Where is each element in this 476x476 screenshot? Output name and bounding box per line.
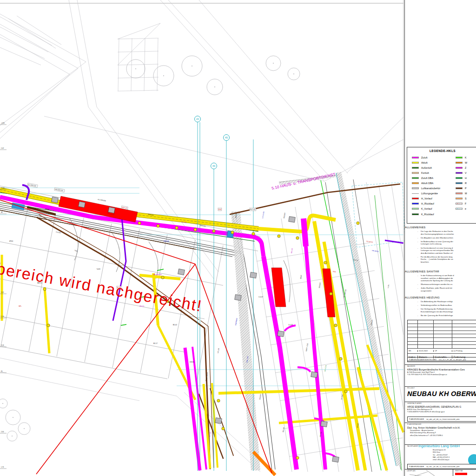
revision-row	[408, 344, 476, 348]
bauherr-label: BAUHERR	[407, 365, 476, 367]
legend-item-label: Z	[465, 166, 466, 169]
legend-item: M	[456, 191, 476, 196]
dim-label: 1,24	[1, 316, 4, 317]
notes-title: ALLGEMEINES	[405, 226, 476, 229]
bauherr-name: KRAGES Burgenländische Krankenanstalten-…	[407, 368, 476, 371]
legend-item-label: Lüftungsgeräte	[421, 192, 438, 195]
legend-item: Fortluft	[412, 170, 456, 175]
grid-bubble-label: 20	[196, 118, 199, 120]
micro-label: AB 125	[291, 248, 293, 253]
air-diffuser	[215, 418, 222, 424]
damper-symbol	[339, 357, 342, 360]
damper-symbol	[161, 276, 164, 279]
legend-color-chip	[412, 203, 419, 205]
micro-label: 355/200	[259, 394, 262, 400]
dim-label: +3,85	[1, 122, 5, 124]
note-item: -In der Kaltwasserleitung ist am Ende d …	[405, 274, 476, 282]
bauherr-contact: T 05 7979 3000 F 05 7979 7205 E direktio…	[407, 374, 476, 376]
damper-symbol	[194, 228, 197, 231]
note-item: -Bei der Querung der Estrichdehnfuge	[405, 314, 476, 317]
micro-label: i=1%	[387, 284, 390, 288]
project-title: NEUBAU KH OBERWART	[407, 390, 476, 397]
air-diffuser	[332, 456, 339, 463]
legend-item-label: K_Vorlauf	[421, 207, 432, 210]
damper-symbol	[344, 390, 347, 393]
micro-label: ZU 160	[181, 221, 187, 224]
plangrundlage-arch: PLANGRUNDLAGE KW_ARC_AF_GR_1U_FUNKTIONSK…	[407, 416, 476, 422]
micro-label: KW/WW/Z	[235, 318, 238, 325]
projekt-block: PROJEKT NEUBAU KH OBERWART	[405, 386, 476, 402]
legend-color-chip	[456, 198, 463, 199]
tree-center-dot	[13, 417, 13, 418]
legend-color-chip	[456, 203, 463, 205]
revision-table: W110.01.2022CFzur PrüfungIndexDatumGezei…	[407, 320, 476, 361]
fachplaner-logo	[468, 454, 476, 464]
air-diffuser	[52, 197, 59, 203]
damper-symbol	[357, 222, 359, 225]
tree-center-dot	[2, 403, 3, 404]
micro-label: DN 100	[164, 240, 169, 242]
damper-symbol	[43, 288, 46, 291]
micro-label: Regen Ø125	[205, 372, 208, 381]
plangrundlage-label: PLANGRUNDLAGE	[409, 466, 424, 468]
air-diffuser	[289, 217, 296, 223]
legend-item-label: K_Rücklauf	[421, 213, 434, 216]
micro-label: 250/100	[370, 319, 373, 325]
legend-item: Zuluft DBA	[412, 175, 456, 180]
micro-label: DN 65	[190, 361, 194, 363]
plangrundlage-hkls: PLANGRUNDLAGE KW_HKL_AF_GR_1U_FUNKTIONSK…	[407, 464, 476, 469]
notes-allgemeines: ALLGEMEINES -Die Lage der Einbauten in d…	[405, 226, 476, 264]
tree-center-dot	[24, 428, 25, 429]
bauherr-block: BAUHERR KRAGES Burgenländische Krankenan…	[405, 364, 476, 386]
note-item: -Für die Anschlüsse der bauseits beig Kü…	[405, 256, 476, 264]
note-item: -Jedes Bad bzw. jeder Raum wird mit ausg…	[405, 287, 476, 292]
note-item: -Verbindungsstellen im Bodenaufbau	[405, 304, 476, 307]
micro-label: K90	[218, 209, 221, 211]
plangrundlage-value: KO1_ELT_FP_GR_1U_GESAMT_A09	[439, 359, 466, 361]
legend-color-chip	[412, 187, 419, 189]
damper-symbol	[296, 456, 299, 459]
air-diffuser	[178, 269, 185, 275]
revision-row	[408, 334, 476, 337]
tree-icon	[0, 399, 7, 408]
legend-item: Z	[456, 165, 476, 170]
scale-bar	[455, 473, 467, 475]
masstab-label: MASSTAB	[455, 470, 476, 472]
legend-title: LEGENDE-HKLS	[407, 149, 476, 152]
dim-label: 95	[1, 370, 3, 372]
title-block-panel: LEGENDE-HKLS ZuluftAbluftAußenluftFortlu…	[404, 0, 476, 476]
damper-symbol	[296, 237, 299, 239]
generalplaner-label: GENERALPLANER	[407, 403, 476, 404]
micro-label: 300/200	[318, 282, 321, 288]
grid-bubble-label: 45	[225, 136, 228, 139]
micro-label: UV-1U-03	[262, 212, 265, 218]
hatched-wall	[336, 172, 402, 466]
micro-label: B1.02	[173, 324, 177, 326]
legend-item-label: Abluft	[421, 161, 428, 164]
legend-item: S	[456, 196, 476, 201]
legend-item-label: S	[465, 197, 467, 200]
micro-label: ZU 250/150	[344, 289, 347, 298]
legend-item: e	[456, 206, 476, 212]
dim-label: 1,76	[1, 466, 4, 468]
damper-symbol	[334, 324, 337, 327]
micro-label: HT 100	[217, 348, 220, 353]
legend-item: K_Vorlauf	[412, 206, 456, 212]
legend-color-chip	[456, 208, 463, 210]
legend-color-chip	[456, 162, 463, 164]
tree-center-dot	[12, 436, 13, 436]
legend-color-chip	[412, 177, 419, 179]
damper-symbol	[222, 427, 225, 430]
footer-row: LAGEPLAN MASSTAB	[405, 469, 476, 476]
dim-label: 3,18	[1, 344, 4, 346]
plangrundlage-value: KW_ARC_AF_GR_1U_FUNKTIONSKORR_A09	[426, 418, 459, 420]
legend-item: Lüftungsgeräte	[412, 191, 456, 196]
damper-symbol	[47, 324, 50, 327]
legend-item-label: K	[465, 156, 467, 159]
lageplan-cell: LAGEPLAN	[405, 469, 453, 476]
legend-color-chip	[456, 187, 463, 189]
dim-label: 88	[1, 212, 3, 213]
note-item: -Die Angaben aus den Wandansichten	[405, 237, 476, 239]
damper-symbol	[138, 222, 141, 225]
legend-item-label: P	[465, 187, 467, 190]
